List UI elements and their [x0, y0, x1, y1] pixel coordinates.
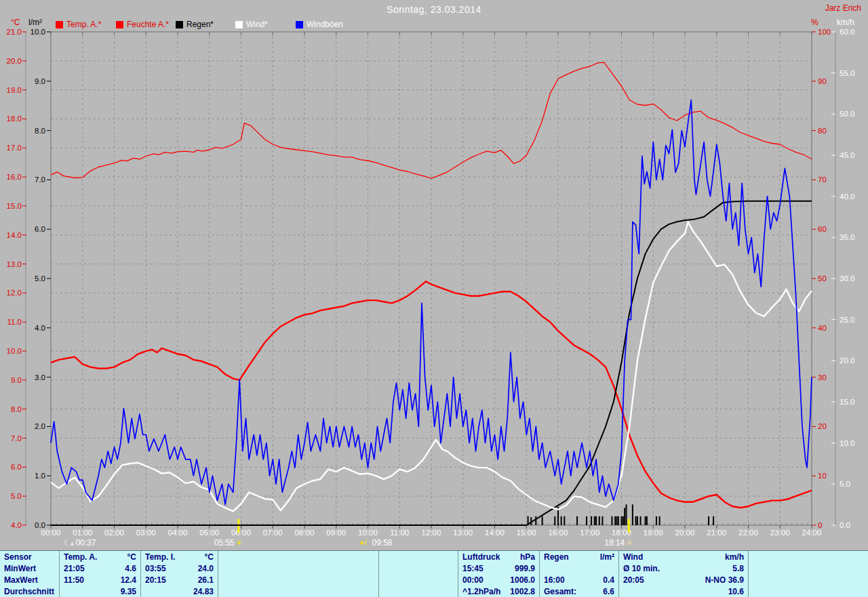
- table-row-label-text: Sensor: [4, 552, 32, 562]
- moon-down-icon: ▾☾: [360, 539, 370, 547]
- table-cell-time: 11:50: [64, 575, 84, 585]
- table-row-label: Durchschnitt: [0, 585, 59, 597]
- marker-time-label: 09:58: [372, 538, 392, 548]
- sensor-unit: km/h: [725, 552, 744, 562]
- sensor-name: Regen: [544, 552, 569, 562]
- wind-axis-tick-label: 35.0: [840, 233, 854, 241]
- rain-bar: [626, 504, 627, 525]
- wind-axis-tick-label: 30.0: [840, 274, 854, 283]
- sensor-name: Luftdruck: [462, 552, 500, 562]
- table-cell-value: 26.1: [198, 575, 214, 585]
- temp-axis-tick-label: 13.0: [7, 260, 22, 268]
- marker-0037: ☾▴00:37: [62, 538, 96, 548]
- x-axis-label: 17:00: [580, 529, 599, 537]
- rain-bar: [611, 516, 612, 525]
- table-cell-time: ^1.2hPa/h: [462, 587, 500, 596]
- table-column-header: Temp. A.°C: [60, 551, 140, 562]
- sensor-name: Temp. I.: [145, 552, 175, 562]
- rain-bar: [595, 516, 597, 525]
- wind-axis-tick-label: 25.0: [840, 316, 854, 324]
- wind-axis-tick-label: 40.0: [840, 192, 854, 201]
- rain-bar: [713, 516, 714, 525]
- rain-bar: [656, 516, 657, 525]
- rain-axis-tick-label: 9.0: [35, 77, 45, 85]
- table-row: 20:05N-NO 36.9: [619, 574, 748, 585]
- marker-time-label: 05:55: [214, 538, 235, 548]
- rain-bar: [635, 516, 637, 525]
- rain-axis-tick-label: 10.0: [31, 28, 45, 36]
- rain-axis-tick-label: 6.0: [35, 225, 45, 233]
- temp-axis-tick-label: 14.0: [7, 231, 22, 239]
- temp-axis-tick-label: 16.0: [7, 173, 22, 181]
- rain-bar: [632, 504, 633, 525]
- table-cell-time: Ø 10 min.: [623, 564, 660, 573]
- table-cell-value: 24.83: [193, 587, 214, 596]
- table-sensor-column-temp-a-: Temp. A.°C21:054.611:5012.49.35: [60, 551, 141, 597]
- table-row-label: Sensor: [0, 551, 59, 562]
- chart-canvas: 21.020.019.018.017.016.015.014.013.012.0…: [0, 0, 868, 550]
- table-row: 00:001006.0: [458, 574, 539, 585]
- rain-axis-tick-label: 7.0: [35, 176, 45, 184]
- rain-bar: [616, 516, 617, 525]
- stats-table: SensorMinWertMaxWertDurchschnittTemp. A.…: [0, 550, 868, 597]
- sun-moon-markers: ☾▴00:3705:55☀▾☾09:5818:14☼: [0, 538, 868, 549]
- table-row: [540, 562, 618, 574]
- x-axis-label: 22:00: [738, 529, 758, 537]
- rain-axis-tick-label: 5.0: [35, 274, 45, 283]
- x-axis-label: 11:00: [390, 529, 409, 537]
- marker-0958: ▾☾09:58: [359, 538, 392, 548]
- rain-bar: [564, 516, 565, 525]
- x-axis-label: 14:00: [485, 529, 505, 537]
- sensor-unit: l/m²: [600, 552, 614, 562]
- table-cell-value: 12.4: [121, 575, 136, 585]
- wind-axis-tick-label: 10.0: [840, 439, 854, 447]
- table-row: 9.35: [60, 585, 140, 597]
- table-row: ^1.2hPa/h1002.8: [458, 585, 539, 597]
- humidity-axis-tick-label: 90: [818, 77, 827, 85]
- table-row: 10.6: [619, 585, 748, 597]
- humidity-axis-tick-label: 100: [818, 28, 831, 36]
- x-axis-label: 12:00: [422, 529, 441, 537]
- rain-bar: [708, 516, 709, 525]
- table-cell-time: 16:00: [544, 575, 565, 585]
- table-row: 11:5012.4: [60, 574, 140, 585]
- rain-bar: [621, 516, 623, 525]
- table-cell-value: 24.0: [198, 564, 214, 573]
- humidity-axis-tick-label: 80: [818, 127, 827, 135]
- temp-axis-tick-label: 9.0: [11, 376, 22, 384]
- humidity-axis-tick-label: 60: [818, 225, 827, 233]
- wind-axis-tick-label: 5.0: [840, 480, 850, 488]
- table-row: Ø 10 min.5.8: [619, 562, 748, 574]
- x-axis-label: 00:00: [41, 529, 61, 537]
- table-empty-column: [218, 551, 379, 597]
- rain-bar: [640, 516, 642, 525]
- wind-axis-tick-label: 20.0: [840, 356, 854, 365]
- rain-axis-tick-label: 2.0: [35, 422, 45, 430]
- temp-axis-tick-label: 18.0: [7, 115, 22, 123]
- x-axis-label: 16:00: [549, 529, 568, 537]
- rain-bar: [542, 516, 543, 525]
- x-axis-label: 05:00: [199, 529, 219, 537]
- rain-bar: [614, 516, 616, 525]
- table-cell-value: 4.6: [125, 564, 136, 573]
- table-row-label: MinWert: [0, 562, 59, 574]
- table-row: 15:45999.9: [458, 562, 539, 574]
- wind-axis-tick-label: 55.0: [840, 69, 854, 77]
- sensor-name: Temp. A.: [64, 552, 97, 562]
- temp-axis-tick-label: 15.0: [7, 202, 22, 210]
- table-sensor-column-wind: Windkm/hØ 10 min.5.820:05N-NO 36.910.6: [619, 551, 749, 597]
- rain-axis-tick-label: 8.0: [35, 127, 45, 135]
- rain-axis-tick-label: 3.0: [35, 373, 45, 382]
- temp-axis-tick-label: 4.0: [11, 521, 22, 529]
- moon-up-icon: ☾▴: [64, 539, 74, 547]
- table-cell-value: 1006.0: [510, 575, 535, 585]
- rain-bar: [594, 516, 595, 525]
- rain-bar: [535, 516, 536, 525]
- wind-axis-tick-label: 50.0: [840, 110, 854, 118]
- temp-axis-tick-label: 20.0: [7, 57, 22, 65]
- temp-axis-tick-label: 17.0: [7, 144, 22, 152]
- table-row-label-text: MaxWert: [4, 575, 38, 585]
- rain-bar: [637, 516, 638, 525]
- table-column-header: LuftdruckhPa: [458, 551, 539, 562]
- table-column-header: Regenl/m²: [540, 551, 618, 562]
